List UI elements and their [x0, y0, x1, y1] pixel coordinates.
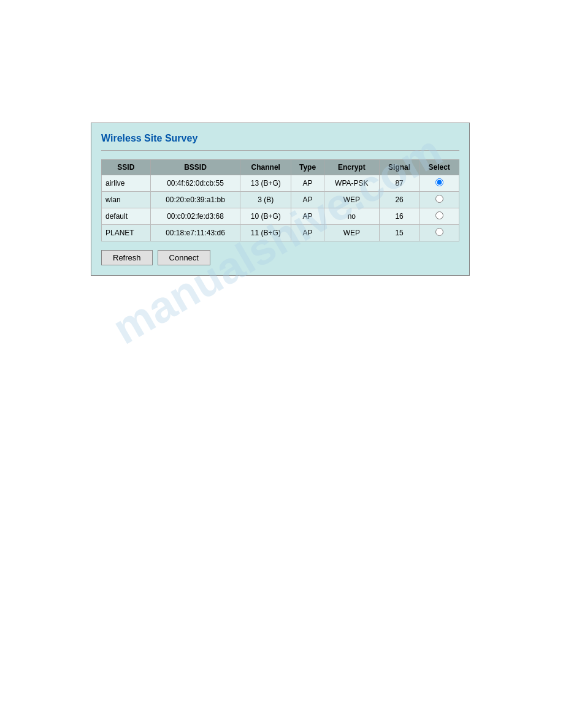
cell-encrypt: WPA-PSK [324, 175, 379, 192]
table-header-row: SSID BSSID Channel Type Encrypt Signal S… [102, 160, 459, 175]
divider [101, 150, 459, 151]
cell-ssid: wlan [102, 192, 151, 208]
col-header-channel: Channel [240, 160, 291, 175]
cell-select[interactable] [419, 225, 459, 241]
button-row: Refresh Connect [101, 250, 459, 265]
cell-signal: 15 [379, 225, 419, 241]
cell-signal: 16 [379, 208, 419, 225]
cell-channel: 3 (B) [240, 192, 291, 208]
survey-table: SSID BSSID Channel Type Encrypt Signal S… [101, 159, 459, 241]
cell-channel: 10 (B+G) [240, 208, 291, 225]
table-row: default00:c0:02:fe:d3:6810 (B+G)APno16 [102, 208, 459, 225]
col-header-encrypt: Encrypt [324, 160, 379, 175]
cell-ssid: PLANET [102, 225, 151, 241]
select-radio[interactable] [435, 178, 443, 186]
select-radio[interactable] [435, 228, 443, 236]
cell-select[interactable] [419, 175, 459, 192]
wireless-site-survey-panel: Wireless Site Survey SSID BSSID Channel … [91, 123, 470, 276]
select-radio[interactable] [435, 211, 443, 219]
cell-select[interactable] [419, 208, 459, 225]
cell-type: AP [291, 192, 324, 208]
cell-bssid: 00:20:e0:39:a1:bb [150, 192, 240, 208]
connect-button[interactable]: Connect [158, 250, 210, 265]
cell-encrypt: no [324, 208, 379, 225]
col-header-ssid: SSID [102, 160, 151, 175]
table-row: airlive00:4f:62:0d:cb:5513 (B+G)APWPA-PS… [102, 175, 459, 192]
col-header-signal: Signal [379, 160, 419, 175]
cell-select[interactable] [419, 192, 459, 208]
cell-encrypt: WEP [324, 225, 379, 241]
cell-type: AP [291, 208, 324, 225]
table-row: wlan00:20:e0:39:a1:bb3 (B)APWEP26 [102, 192, 459, 208]
cell-channel: 11 (B+G) [240, 225, 291, 241]
cell-bssid: 00:18:e7:11:43:d6 [150, 225, 240, 241]
cell-signal: 87 [379, 175, 419, 192]
cell-ssid: airlive [102, 175, 151, 192]
cell-signal: 26 [379, 192, 419, 208]
cell-bssid: 00:c0:02:fe:d3:68 [150, 208, 240, 225]
col-header-bssid: BSSID [150, 160, 240, 175]
col-header-select: Select [419, 160, 459, 175]
cell-ssid: default [102, 208, 151, 225]
table-row: PLANET00:18:e7:11:43:d611 (B+G)APWEP15 [102, 225, 459, 241]
cell-channel: 13 (B+G) [240, 175, 291, 192]
panel-title: Wireless Site Survey [101, 133, 459, 144]
cell-type: AP [291, 175, 324, 192]
refresh-button[interactable]: Refresh [101, 250, 153, 265]
cell-bssid: 00:4f:62:0d:cb:55 [150, 175, 240, 192]
col-header-type: Type [291, 160, 324, 175]
cell-type: AP [291, 225, 324, 241]
cell-encrypt: WEP [324, 192, 379, 208]
select-radio[interactable] [435, 195, 443, 203]
